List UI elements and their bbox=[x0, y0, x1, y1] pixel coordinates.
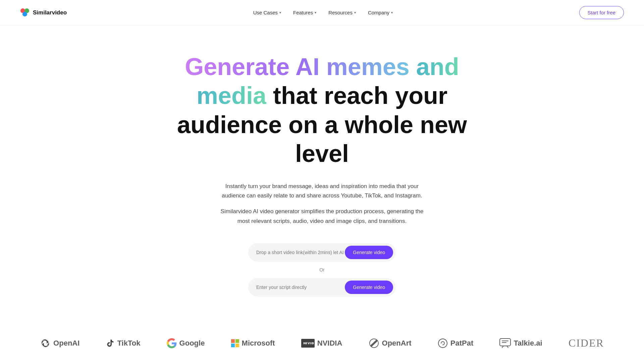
chevron-down-icon: ▾ bbox=[279, 11, 281, 14]
headline-line2: audience on a whole new level bbox=[177, 111, 467, 167]
navbar: Similarvideo Use Cases ▾ Features ▾ Reso… bbox=[0, 0, 644, 25]
logo[interactable]: Similarvideo bbox=[20, 8, 67, 17]
nvidia-icon bbox=[301, 339, 315, 348]
nav-features[interactable]: Features ▾ bbox=[293, 10, 316, 15]
talkie-label: Talkie.ai bbox=[514, 339, 542, 348]
tiktok-logo: TikTok bbox=[106, 339, 141, 348]
nav-use-cases[interactable]: Use Cases ▾ bbox=[253, 10, 281, 15]
headline-media: media bbox=[197, 82, 266, 109]
patpat-logo: PatPat bbox=[438, 338, 473, 348]
cider-label: CIDER bbox=[569, 337, 604, 349]
chevron-down-icon: ▾ bbox=[315, 11, 316, 14]
nvidia-logo: NVIDIA bbox=[301, 339, 342, 348]
generate-video-button-2[interactable]: Generate video bbox=[345, 281, 393, 294]
microsoft-label: Microsoft bbox=[242, 339, 275, 348]
video-link-input[interactable] bbox=[256, 250, 345, 255]
hero-section: Generate AI memes and media that reach y… bbox=[0, 25, 644, 323]
or-divider: Or bbox=[319, 267, 325, 273]
google-icon bbox=[167, 338, 177, 348]
nav-company[interactable]: Company ▾ bbox=[368, 10, 393, 15]
openart-logo: OpenArt bbox=[369, 338, 412, 349]
openai-logo: OpenAI bbox=[40, 338, 79, 349]
microsoft-icon bbox=[231, 339, 239, 347]
talkie-logo: Talkie.ai bbox=[499, 338, 542, 348]
brand-logos-section: OpenAI TikTok Google Microsoft NVIDIA bbox=[0, 323, 644, 362]
google-logo: Google bbox=[167, 338, 205, 348]
headline-reach: that reach your bbox=[266, 82, 447, 109]
script-input-row: Generate video bbox=[248, 278, 396, 297]
google-label: Google bbox=[179, 339, 205, 348]
microsoft-logo: Microsoft bbox=[231, 339, 275, 348]
chevron-down-icon: ▾ bbox=[391, 11, 393, 14]
logo-icon bbox=[20, 8, 30, 17]
tiktok-icon bbox=[106, 339, 115, 348]
patpat-label: PatPat bbox=[450, 339, 473, 348]
nav-links: Use Cases ▾ Features ▾ Resources ▾ Compa… bbox=[253, 10, 393, 15]
talkie-icon bbox=[499, 338, 511, 348]
video-link-input-row: Generate video bbox=[248, 243, 396, 262]
svg-point-2 bbox=[22, 12, 27, 16]
openart-icon bbox=[369, 338, 379, 349]
nav-resources[interactable]: Resources ▾ bbox=[328, 10, 356, 15]
headline-and: and bbox=[416, 53, 459, 80]
patpat-icon bbox=[438, 338, 448, 348]
hero-description-1: Instantly turn your brand message, ideas… bbox=[218, 182, 426, 201]
openai-icon bbox=[40, 338, 51, 349]
openai-label: OpenAI bbox=[53, 339, 79, 348]
script-input[interactable] bbox=[256, 285, 345, 290]
svg-rect-3 bbox=[301, 339, 315, 348]
openart-label: OpenArt bbox=[382, 339, 412, 348]
hero-description-2: Similarvideo AI video generator simplifi… bbox=[215, 207, 429, 226]
headline-generate-memes: Generate AI memes bbox=[185, 53, 416, 80]
generate-video-button-1[interactable]: Generate video bbox=[345, 246, 393, 259]
chevron-down-icon: ▾ bbox=[354, 11, 356, 14]
hero-headline: Generate AI memes and media that reach y… bbox=[171, 52, 473, 168]
logo-text: Similarvideo bbox=[33, 9, 67, 16]
svg-point-4 bbox=[438, 339, 447, 348]
nvidia-label: NVIDIA bbox=[317, 339, 342, 348]
start-for-free-button[interactable]: Start for free bbox=[579, 6, 624, 19]
cider-logo: CIDER bbox=[569, 337, 604, 349]
input-area: Generate video Or Generate video bbox=[13, 243, 631, 297]
tiktok-label: TikTok bbox=[117, 339, 141, 348]
